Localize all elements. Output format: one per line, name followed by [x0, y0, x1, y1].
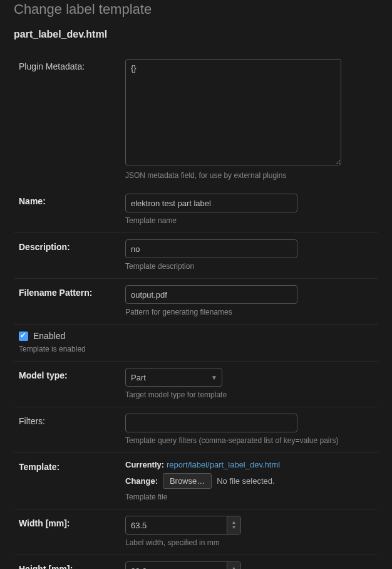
row-width: Width [mm]: ▲ ▼ Label width, specified i…	[14, 509, 378, 555]
filename-input[interactable]	[125, 285, 297, 304]
help-template: Template file	[125, 493, 373, 501]
help-filters: Template query filters (comma-separated …	[125, 436, 373, 445]
label-filename: Filename Pattern:	[19, 285, 125, 298]
height-spinner[interactable]: ▲ ▼	[227, 562, 240, 569]
label-height: Height [mm]:	[19, 561, 125, 569]
help-enabled: Template is enabled	[19, 345, 373, 353]
enabled-checkbox[interactable]	[19, 331, 28, 341]
label-enabled: Enabled	[33, 331, 65, 341]
currently-label: Currently:	[125, 460, 164, 469]
row-template: Template: Currently: report/label/part_l…	[14, 453, 378, 509]
help-model-type: Target model type for template	[125, 390, 373, 399]
label-width: Width [mm]:	[19, 516, 125, 528]
template-file-link[interactable]: report/label/part_label_dev.html	[167, 460, 280, 469]
row-description: Description: Template description	[14, 233, 378, 279]
page-title: Change label template	[14, 0, 378, 29]
model-type-select[interactable]: Part	[125, 368, 222, 387]
row-metadata: Plugin Metadata: {} JSON metadata field,…	[14, 53, 378, 187]
row-filename: Filename Pattern: Pattern for generating…	[14, 279, 378, 325]
change-label: Change:	[125, 476, 158, 486]
label-metadata: Plugin Metadata:	[19, 59, 125, 71]
chevron-down-icon[interactable]: ▼	[232, 525, 237, 530]
height-input[interactable]	[125, 561, 241, 569]
help-metadata: JSON metadata field, for use by external…	[125, 171, 373, 180]
width-input[interactable]	[125, 516, 241, 535]
help-width: Label width, specified in mm	[125, 538, 373, 547]
row-model-type: Model type: Part ▼ Target model type for…	[14, 362, 378, 407]
label-name: Name:	[19, 194, 125, 206]
chevron-up-icon[interactable]: ▲	[232, 566, 237, 569]
help-name: Template name	[125, 216, 373, 225]
filters-input[interactable]	[125, 414, 297, 432]
name-input[interactable]	[125, 194, 297, 212]
description-input[interactable]	[125, 239, 297, 258]
template-filename-subtitle: part_label_dev.html	[14, 29, 378, 53]
label-model-type: Model type:	[19, 368, 125, 380]
label-description: Description:	[19, 239, 125, 252]
label-filters: Filters:	[19, 414, 125, 426]
row-enabled: Enabled Template is enabled	[14, 325, 378, 362]
no-file-text: No file selected.	[217, 476, 275, 486]
row-height: Height [mm]: ▲ ▼ Label height, specified…	[14, 555, 378, 569]
row-name: Name: Template name	[14, 187, 378, 233]
help-filename: Pattern for generating filenames	[125, 308, 373, 316]
browse-button[interactable]: Browse…	[163, 473, 212, 489]
metadata-textarea[interactable]: {}	[125, 59, 341, 165]
help-description: Template description	[125, 262, 373, 271]
width-spinner[interactable]: ▲ ▼	[227, 516, 240, 534]
label-template: Template:	[19, 459, 125, 472]
row-filters: Filters: Template query filters (comma-s…	[14, 407, 378, 453]
